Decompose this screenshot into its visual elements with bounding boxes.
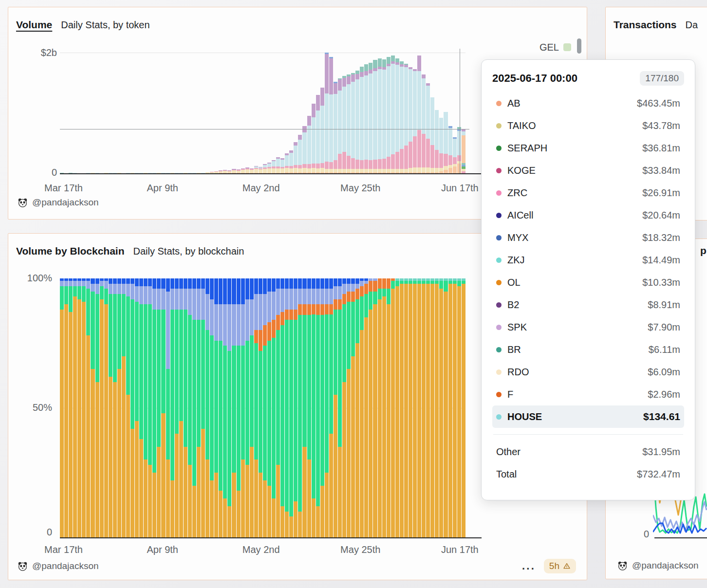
bar[interactable] [232,169,236,173]
bar[interactable] [373,278,377,537]
bar[interactable] [302,126,306,173]
tooltip-token-row[interactable]: RDO $6.09m [492,361,684,383]
bar[interactable] [148,278,152,537]
bar[interactable] [355,71,359,173]
bar[interactable] [285,153,289,173]
bar[interactable] [444,278,447,537]
bar[interactable] [241,168,245,173]
tooltip-token-row[interactable]: ZKJ $14.49m [492,249,684,271]
tooltip-token-row[interactable]: SPK $7.90m [492,316,684,338]
bar[interactable] [325,278,329,537]
bar[interactable] [400,278,404,537]
bar[interactable] [223,278,227,537]
bar[interactable] [276,157,280,173]
bar[interactable] [214,278,218,537]
bar[interactable] [355,278,359,537]
bar[interactable] [409,278,412,537]
bar[interactable] [91,278,94,537]
bar[interactable] [95,278,99,537]
blockchain-panel-title[interactable]: Volume by Blockchain [16,245,125,257]
bar[interactable] [272,278,276,537]
bar[interactable] [232,278,236,537]
bar[interactable] [395,58,399,173]
bar[interactable] [117,278,121,537]
volume-attribution[interactable]: @pandajackson [18,197,99,208]
bar[interactable] [130,278,134,537]
bar[interactable] [404,64,408,173]
bar[interactable] [453,137,457,173]
bar[interactable] [175,278,179,537]
bar[interactable] [316,95,320,173]
bar[interactable] [104,278,108,537]
bar[interactable] [139,278,143,537]
bar[interactable] [276,278,280,537]
bar[interactable] [351,278,355,537]
tooltip-token-row[interactable]: B2 $8.91m [492,294,684,316]
bar[interactable] [237,169,241,173]
bar[interactable] [320,278,324,537]
bar[interactable] [188,278,192,537]
bar[interactable] [179,278,183,537]
bar[interactable] [289,150,293,173]
bar[interactable] [302,278,306,537]
blockchain-attribution[interactable]: @pandajackson [18,561,99,571]
bar[interactable] [192,278,196,537]
bar[interactable] [413,69,417,173]
bar[interactable] [430,278,434,537]
bar[interactable] [122,278,126,537]
bar[interactable] [201,278,205,537]
tooltip-token-row[interactable]: ZRC $26.91m [492,182,684,204]
bar[interactable] [409,67,412,173]
bar[interactable] [439,118,443,173]
bar[interactable] [100,278,104,537]
bar[interactable] [267,278,271,537]
bar[interactable] [307,116,311,173]
tooltip-token-row[interactable]: BR $6.11m [492,338,684,361]
bar[interactable] [334,278,337,537]
bar[interactable] [417,55,421,174]
bar[interactable] [435,110,439,173]
bar[interactable] [369,63,372,173]
bar[interactable] [205,278,209,537]
bar[interactable] [462,129,465,173]
stale-data-badge[interactable]: 5h [544,559,576,573]
bar[interactable] [364,64,368,173]
bar[interactable] [237,278,241,537]
bar[interactable] [272,160,276,173]
bar[interactable] [329,278,333,537]
bar[interactable] [347,74,351,173]
bar[interactable] [426,278,430,537]
bottom-right-attribution[interactable]: @pandajackson [618,560,699,571]
bar[interactable] [462,278,465,537]
bar[interactable] [135,278,139,537]
bar[interactable] [82,278,86,537]
bar[interactable] [395,278,399,537]
bar[interactable] [360,67,364,173]
bar[interactable] [250,278,254,537]
bar[interactable] [435,278,439,537]
tooltip-token-row[interactable]: MYX $18.32m [492,226,684,249]
bar[interactable] [184,278,187,537]
bar[interactable] [457,278,461,537]
bar[interactable] [400,61,404,173]
bar[interactable] [369,278,372,537]
bar[interactable] [387,278,391,537]
bar[interactable] [144,278,148,537]
bar[interactable] [245,167,249,173]
legend-item[interactable]: GEL [513,41,571,53]
bar[interactable] [250,168,254,173]
bar[interactable] [166,278,170,537]
bar[interactable] [422,278,426,537]
tooltip-token-row[interactable]: SERAPH $36.81m [492,137,684,159]
bar[interactable] [378,58,382,173]
bar[interactable] [444,112,447,173]
bar[interactable] [382,59,386,173]
bar[interactable] [342,278,346,537]
bar[interactable] [289,278,293,537]
bar[interactable] [197,278,201,537]
bar[interactable] [360,278,364,537]
bar[interactable] [254,278,258,537]
bar[interactable] [259,167,262,173]
bar[interactable] [338,278,342,537]
tooltip-token-row[interactable]: AICell $20.64m [492,204,684,226]
